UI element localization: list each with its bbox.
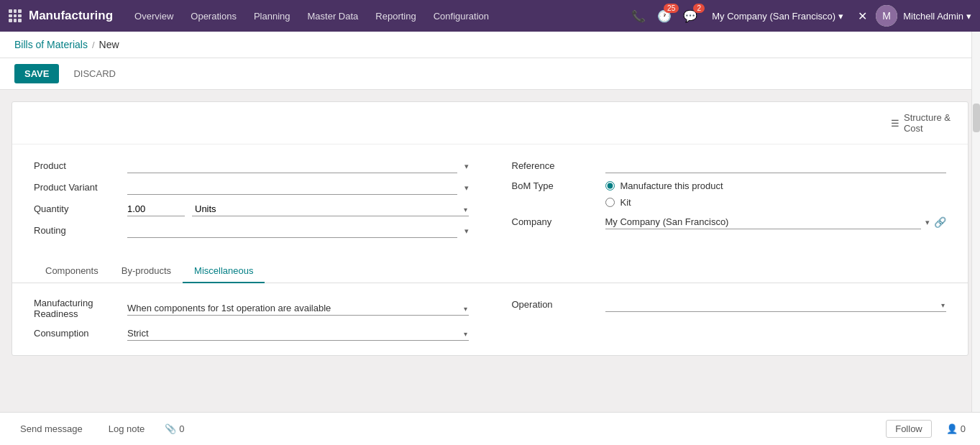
company-selector[interactable]: My Company (San Francisco) ▾ xyxy=(706,8,849,24)
bom-type-field-row: BoM Type Manufacture this product Kit xyxy=(512,180,947,208)
product-variant-dropdown-icon: ▾ xyxy=(464,183,469,193)
unit-select-wrapper: Units kg L g oz ▾ xyxy=(192,202,469,216)
breadcrumb-parent[interactable]: Bills of Materials xyxy=(14,39,88,50)
bom-type-manufacture-label: Manufacture this product xyxy=(620,180,723,191)
paperclip-icon: 📎 xyxy=(165,423,176,434)
routing-input[interactable] xyxy=(127,224,457,238)
timer-badge: 25 xyxy=(664,4,679,13)
phone-button[interactable]: 📞 xyxy=(628,6,649,26)
avatar[interactable]: M xyxy=(876,5,897,27)
consumption-field-row: Consumption Strict Flexible No warning ▾ xyxy=(34,326,469,341)
follower-count-display: 👤 0 xyxy=(946,423,966,434)
manufacturing-readiness-label: ManufacturingReadiness xyxy=(34,298,120,319)
tab-components[interactable]: Components xyxy=(34,260,110,283)
send-message-button[interactable]: Send message xyxy=(14,421,88,437)
follow-button[interactable]: Follow xyxy=(886,420,932,438)
bottom-bar: Send message Log note 📎 0 Follow 👤 0 xyxy=(0,412,980,441)
company-dropdown-icon: ▾ xyxy=(925,218,930,227)
save-button[interactable]: SAVE xyxy=(14,64,59,83)
company-select[interactable]: My Company (San Francisco) xyxy=(605,215,922,229)
bom-type-manufacture[interactable]: Manufacture this product xyxy=(605,180,723,191)
tab-miscellaneous[interactable]: Miscellaneous xyxy=(183,260,265,283)
routing-label: Routing xyxy=(34,225,120,236)
form-right-column: Reference BoM Type Manufacture this prod… xyxy=(512,159,947,238)
scrollbar-track xyxy=(971,32,980,416)
company-label: Company xyxy=(512,216,598,227)
user-dropdown-icon: ▾ xyxy=(966,11,971,22)
form-left-column: Product ▾ Product Variant ▾ Quantity xyxy=(34,159,469,238)
consumption-label: Consumption xyxy=(34,328,120,339)
reference-field-row: Reference xyxy=(512,159,947,173)
miscellaneous-tab-content: ManufacturingReadiness When components f… xyxy=(12,283,968,355)
company-external-link-icon[interactable]: 🔗 xyxy=(934,216,946,228)
company-dropdown-icon: ▾ xyxy=(838,11,843,22)
company-field: My Company (San Francisco) ▾ 🔗 xyxy=(605,215,947,229)
svg-text:M: M xyxy=(882,10,891,22)
misc-right-column: Operation ▾ xyxy=(512,298,947,341)
breadcrumb-separator: / xyxy=(92,40,95,50)
tab-by-products[interactable]: By-products xyxy=(110,260,183,283)
product-variant-input[interactable] xyxy=(127,180,457,195)
structure-cost-label: Structure &Cost xyxy=(904,112,951,134)
operation-field-row: Operation ▾ xyxy=(512,298,947,312)
menu-configuration[interactable]: Configuration xyxy=(426,6,496,26)
company-name: My Company (San Francisco) xyxy=(712,11,835,22)
top-menu: Overview Operations Planning Master Data… xyxy=(127,6,628,26)
product-input[interactable] xyxy=(127,159,457,173)
bom-type-radio-group: Manufacture this product Kit xyxy=(605,180,723,208)
manufacturing-readiness-wrapper: When components for 1st operation are av… xyxy=(127,301,469,316)
operation-label: Operation xyxy=(512,299,598,310)
company-field-row: Company My Company (San Francisco) ▾ 🔗 xyxy=(512,215,947,229)
units-select[interactable]: Units kg L g oz xyxy=(192,202,469,216)
consumption-select[interactable]: Strict Flexible No warning xyxy=(127,326,469,341)
operation-select[interactable] xyxy=(605,298,947,312)
menu-master-data[interactable]: Master Data xyxy=(301,6,366,26)
chat-badge: 2 xyxy=(693,4,705,13)
attachment-count: 📎 0 xyxy=(165,423,184,434)
breadcrumb-current: New xyxy=(99,39,119,50)
form-card: ☰ Structure &Cost Product ▾ Product Vari… xyxy=(12,101,968,356)
routing-dropdown-icon: ▾ xyxy=(464,226,469,236)
product-label: Product xyxy=(34,160,120,171)
product-variant-field-row: Product Variant ▾ xyxy=(34,180,469,195)
close-button[interactable]: ✕ xyxy=(855,6,870,26)
menu-reporting[interactable]: Reporting xyxy=(368,6,423,26)
operation-wrapper: ▾ xyxy=(605,298,947,312)
bom-type-kit[interactable]: Kit xyxy=(605,197,723,208)
chat-button[interactable]: 💬 2 xyxy=(680,6,700,26)
reference-label: Reference xyxy=(512,160,598,171)
top-right-controls: 📞 🕐 25 💬 2 My Company (San Francisco) ▾ … xyxy=(628,5,971,27)
bottom-bar-right: Follow 👤 0 xyxy=(886,420,966,438)
form-fields: Product ▾ Product Variant ▾ Quantity xyxy=(12,144,968,252)
manufacturing-readiness-field-row: ManufacturingReadiness When components f… xyxy=(34,298,469,319)
hamburger-icon: ☰ xyxy=(891,118,899,129)
product-field-row: Product ▾ xyxy=(34,159,469,173)
tabs-bar: Components By-products Miscellaneous xyxy=(12,260,968,283)
timer-button[interactable]: 🕐 25 xyxy=(654,6,674,26)
manufacturing-readiness-select[interactable]: When components for 1st operation are av… xyxy=(127,301,469,316)
reference-input[interactable] xyxy=(605,159,947,173)
quantity-label: Quantity xyxy=(34,203,120,214)
top-navigation: Manufacturing Overview Operations Planni… xyxy=(0,0,980,32)
menu-overview[interactable]: Overview xyxy=(127,6,180,26)
quantity-field-row: Quantity Units kg L g oz ▾ xyxy=(34,202,469,216)
discard-button[interactable]: DISCARD xyxy=(66,64,123,83)
bom-type-label: BoM Type xyxy=(512,180,598,191)
person-icon: 👤 xyxy=(946,423,958,434)
quantity-input[interactable] xyxy=(127,202,185,216)
scrollbar-thumb[interactable] xyxy=(973,104,980,132)
app-brand: Manufacturing xyxy=(9,9,113,23)
app-name: Manufacturing xyxy=(29,9,113,23)
bom-type-kit-label: Kit xyxy=(620,197,631,208)
menu-planning[interactable]: Planning xyxy=(247,6,298,26)
structure-cost-button[interactable]: ☰ Structure &Cost xyxy=(885,109,956,137)
menu-operations[interactable]: Operations xyxy=(183,6,244,26)
action-bar: SAVE DISCARD xyxy=(0,58,980,90)
routing-field-row: Routing ▾ xyxy=(34,224,469,238)
main-content: ☰ Structure &Cost Product ▾ Product Vari… xyxy=(0,90,980,441)
user-name-display[interactable]: Mitchell Admin ▾ xyxy=(903,11,971,22)
log-note-button[interactable]: Log note xyxy=(103,421,151,437)
consumption-wrapper: Strict Flexible No warning ▾ xyxy=(127,326,469,341)
product-variant-label: Product Variant xyxy=(34,182,120,193)
grid-icon[interactable] xyxy=(9,9,22,22)
